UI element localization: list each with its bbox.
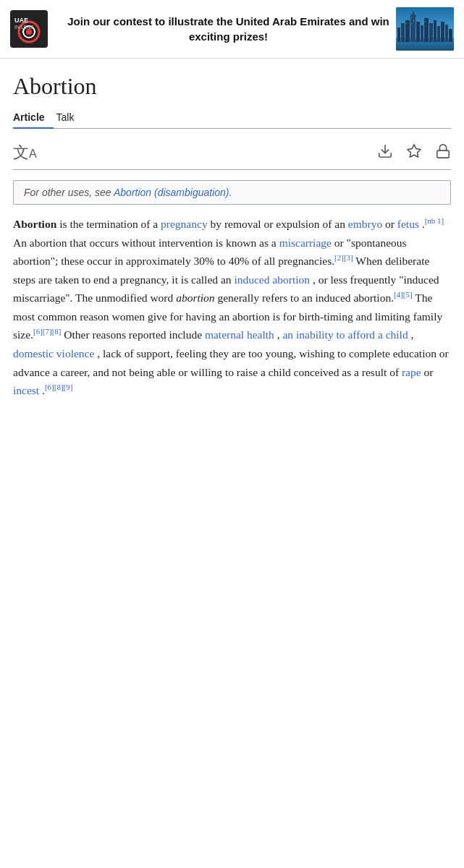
page-title: Abortion bbox=[13, 73, 451, 100]
svg-rect-11 bbox=[410, 14, 416, 42]
link-embryo[interactable]: embryo bbox=[348, 218, 382, 230]
link-incest[interactable]: incest bbox=[13, 384, 39, 396]
disambig-box: For other uses, see Abortion (disambigua… bbox=[13, 180, 451, 205]
svg-rect-23 bbox=[413, 20, 414, 21]
footnote-678[interactable]: [6][7][8] bbox=[33, 327, 61, 336]
download-icon[interactable] bbox=[377, 143, 393, 163]
link-pregnancy[interactable]: pregnancy bbox=[161, 218, 208, 230]
tab-article[interactable]: Article bbox=[13, 107, 54, 129]
link-miscarriage[interactable]: miscarriage bbox=[279, 237, 332, 249]
svg-rect-29 bbox=[437, 150, 450, 158]
link-fetus[interactable]: fetus bbox=[397, 218, 419, 230]
svg-marker-28 bbox=[408, 144, 421, 156]
tabs-bar: Article Talk bbox=[13, 107, 451, 129]
svg-rect-17 bbox=[434, 20, 436, 42]
svg-rect-24 bbox=[411, 23, 412, 24]
link-inability-afford[interactable]: an inability to afford a child bbox=[282, 328, 408, 341]
footnote-nb1[interactable]: [nb 1] bbox=[425, 216, 444, 225]
svg-point-3 bbox=[26, 29, 32, 35]
translate-icon[interactable]: 文A bbox=[13, 142, 37, 163]
footnote-689[interactable]: [6][8][9] bbox=[45, 383, 72, 391]
footnote-23[interactable]: [2][3] bbox=[334, 253, 353, 262]
svg-rect-8 bbox=[397, 27, 400, 42]
svg-rect-19 bbox=[441, 22, 444, 42]
svg-rect-18 bbox=[437, 26, 440, 42]
star-icon[interactable] bbox=[406, 143, 422, 163]
svg-text:UAE: UAE bbox=[14, 17, 28, 24]
svg-text:IN LENS: IN LENS bbox=[14, 25, 35, 30]
svg-rect-25 bbox=[406, 23, 407, 24]
main-content: Abortion Article Talk 文A bbox=[0, 59, 464, 423]
toolbar-right bbox=[377, 143, 451, 163]
svg-rect-15 bbox=[424, 18, 429, 42]
svg-rect-16 bbox=[429, 23, 433, 42]
link-maternal-health[interactable]: maternal health bbox=[205, 328, 274, 341]
article-body: Abortion is the termination of a pregnan… bbox=[13, 215, 451, 400]
disambig-text: For other uses, see bbox=[24, 187, 114, 198]
toolbar: 文A bbox=[13, 136, 451, 170]
edit-lock-icon[interactable] bbox=[435, 143, 451, 163]
svg-rect-13 bbox=[416, 22, 420, 42]
svg-rect-14 bbox=[421, 25, 423, 42]
ad-image bbox=[396, 7, 454, 51]
link-induced-abortion[interactable]: induced abortion bbox=[234, 273, 310, 286]
disambig-link[interactable]: Abortion (disambiguation). bbox=[114, 187, 232, 198]
ad-text: Join our contest to illustrate the Unite… bbox=[61, 14, 396, 44]
link-domestic-violence[interactable]: domestic violence bbox=[13, 347, 94, 359]
ad-logo: UAE IN LENS bbox=[10, 10, 51, 48]
ad-banner: × UAE IN LENS Join our contest to illust… bbox=[0, 0, 464, 59]
svg-rect-26 bbox=[425, 22, 426, 22]
svg-rect-10 bbox=[405, 20, 410, 42]
toolbar-left: 文A bbox=[13, 142, 37, 163]
tab-talk[interactable]: Talk bbox=[56, 107, 83, 129]
link-rape[interactable]: rape bbox=[402, 366, 421, 378]
svg-rect-9 bbox=[401, 23, 405, 42]
ad-logo-icon: UAE IN LENS bbox=[10, 10, 48, 48]
term-abortion-italic: abortion bbox=[176, 292, 214, 304]
svg-rect-21 bbox=[449, 29, 452, 42]
svg-rect-12 bbox=[413, 12, 414, 16]
article-paragraph-1: Abortion is the termination of a pregnan… bbox=[13, 215, 451, 400]
term-abortion: Abortion bbox=[13, 218, 56, 230]
footnote-45[interactable]: [4][5] bbox=[394, 290, 413, 299]
svg-rect-20 bbox=[445, 25, 448, 42]
svg-rect-22 bbox=[411, 17, 412, 18]
